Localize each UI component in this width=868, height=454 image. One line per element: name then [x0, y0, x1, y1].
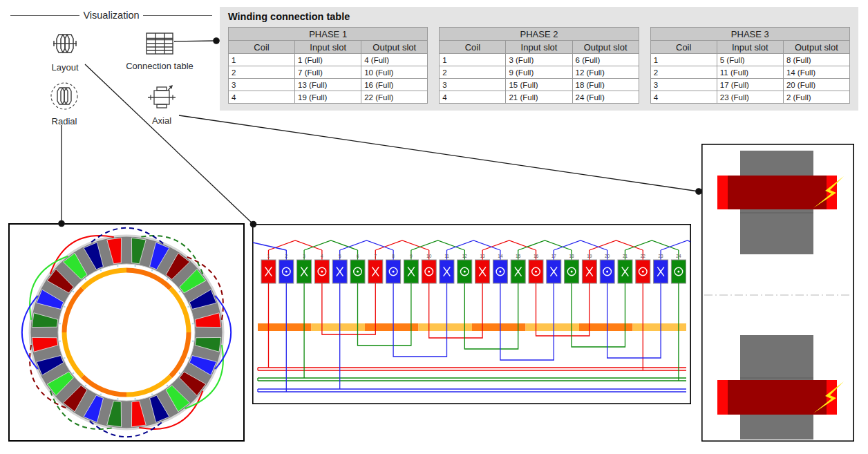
svg-text:13: 13 — [480, 254, 485, 258]
table-row: 419 (Full)22 (Full) — [229, 91, 428, 104]
svg-text:9: 9 — [410, 254, 413, 258]
table-cell: 14 (Full) — [783, 66, 849, 79]
table-row: 315 (Full)18 (Full) — [440, 79, 639, 91]
column-header: Output slot — [572, 41, 639, 54]
table-row: 29 (Full)12 (Full) — [440, 66, 639, 79]
svg-text:18: 18 — [569, 254, 574, 258]
table-cell: 4 (Full) — [361, 54, 428, 66]
winding-table-title: Winding connection table — [220, 7, 858, 22]
column-header: Coil — [229, 41, 295, 54]
phase-table-1: PHASE 1CoilInput slotOutput slot11 (Full… — [228, 27, 428, 104]
table-cell: 8 (Full) — [783, 54, 849, 66]
visualization-group-title: Visualization — [83, 10, 139, 21]
winding-connection-table-panel: Winding connection table PHASE 1CoilInpu… — [220, 7, 858, 111]
column-header: Coil — [440, 41, 506, 54]
table-cell: 16 (Full) — [361, 79, 428, 91]
table-row: 313 (Full)16 (Full) — [229, 79, 428, 91]
svg-text:20: 20 — [605, 254, 610, 258]
table-cell: 1 (Full) — [295, 54, 361, 66]
table-cell: 1 — [650, 54, 717, 66]
table-row: 211 (Full)14 (Full) — [650, 66, 849, 79]
callout-line-axial — [179, 115, 699, 191]
viz-option-label: Layout — [17, 62, 113, 73]
svg-text:12: 12 — [462, 254, 468, 258]
viz-option-radial[interactable]: Radial — [16, 82, 113, 126]
table-cell: 17 (Full) — [717, 79, 783, 91]
table-cell: 1 — [229, 54, 295, 66]
table-cell: 4 — [440, 91, 506, 104]
radial-view-diagram — [8, 223, 245, 442]
table-cell: 11 (Full) — [717, 66, 783, 79]
callout-dot-axial — [696, 189, 701, 194]
table-cell: 7 (Full) — [295, 66, 361, 79]
column-header: Input slot — [717, 41, 783, 54]
table-cell: 3 (Full) — [506, 54, 572, 66]
svg-text:22: 22 — [641, 254, 646, 258]
svg-text:19: 19 — [587, 254, 592, 258]
svg-text:4: 4 — [321, 254, 323, 258]
axial-view-diagram — [701, 144, 854, 442]
column-header: Input slot — [506, 41, 572, 54]
table-cell: 15 (Full) — [506, 79, 572, 91]
table-row: 13 (Full)6 (Full) — [440, 54, 639, 66]
table-cell: 18 (Full) — [572, 79, 639, 91]
callout-dot-connection-table — [214, 38, 219, 44]
phase-tables-container: PHASE 1CoilInput slotOutput slot11 (Full… — [220, 22, 858, 104]
table-cell: 9 (Full) — [506, 66, 572, 79]
table-cell: 3 — [440, 79, 506, 91]
svg-text:14: 14 — [498, 254, 503, 258]
phase-header: PHASE 1 — [229, 28, 428, 41]
table-cell: 20 (Full) — [783, 79, 849, 91]
phase-table-2: PHASE 2CoilInput slotOutput slot13 (Full… — [439, 27, 639, 104]
phase-table-3: PHASE 3CoilInput slotOutput slot15 (Full… — [650, 27, 850, 104]
phase-header: PHASE 3 — [650, 28, 849, 41]
table-row: 421 (Full)24 (Full) — [440, 91, 639, 104]
table-cell: 19 (Full) — [295, 91, 361, 104]
table-cell: 2 — [229, 66, 295, 79]
table-cell: 10 (Full) — [361, 66, 428, 79]
legend-rule-right — [143, 15, 212, 16]
viz-option-label: Connection table — [111, 61, 208, 71]
viz-option-axial[interactable]: Axial — [113, 84, 210, 126]
table-cell: 23 (Full) — [717, 91, 783, 104]
svg-text:15: 15 — [516, 254, 521, 258]
table-cell: 2 (Full) — [783, 91, 849, 104]
svg-text:5: 5 — [339, 254, 341, 258]
axial-view-icon — [148, 84, 176, 110]
svg-text:7: 7 — [374, 254, 377, 258]
viz-option-label: Radial — [16, 116, 113, 126]
table-cell: 6 (Full) — [572, 54, 639, 66]
table-row: 423 (Full)2 (Full) — [650, 91, 849, 104]
table-cell: 3 — [650, 79, 717, 91]
svg-text:8: 8 — [392, 254, 395, 258]
visualization-group-legend: Visualization — [10, 10, 212, 21]
legend-rule-left — [10, 15, 79, 16]
column-header: Coil — [650, 41, 717, 54]
table-cell: 2 — [440, 66, 506, 79]
table-cell: 5 (Full) — [717, 54, 783, 66]
svg-text:6: 6 — [357, 254, 359, 258]
table-cell: 13 (Full) — [295, 79, 361, 91]
svg-text:1: 1 — [267, 254, 270, 258]
viz-option-connection-table[interactable]: Connection table — [111, 32, 208, 71]
connection-table-icon — [146, 32, 173, 55]
table-cell: 4 — [229, 91, 295, 104]
column-header: Output slot — [783, 41, 849, 54]
svg-text:16: 16 — [534, 254, 539, 258]
table-row: 15 (Full)8 (Full) — [650, 54, 849, 66]
viz-option-label: Axial — [113, 115, 210, 126]
table-row: 317 (Full)20 (Full) — [650, 79, 849, 91]
linear-layout-diagram: 123456789101112131415161718192021222324 — [252, 224, 691, 404]
radial-view-icon — [50, 82, 79, 111]
viz-option-layout[interactable]: Layout — [17, 30, 113, 73]
table-cell: 24 (Full) — [572, 91, 639, 104]
column-header: Input slot — [295, 41, 361, 54]
svg-text:10: 10 — [426, 254, 432, 258]
table-cell: 4 — [650, 91, 717, 104]
table-cell: 22 (Full) — [361, 91, 428, 104]
svg-text:2: 2 — [285, 254, 287, 258]
table-cell: 1 — [440, 54, 506, 66]
winding-visualization-figure: Visualization Layout Connection table — [0, 0, 868, 454]
winding-layout-icon — [52, 30, 78, 57]
table-cell: 3 — [229, 79, 295, 91]
